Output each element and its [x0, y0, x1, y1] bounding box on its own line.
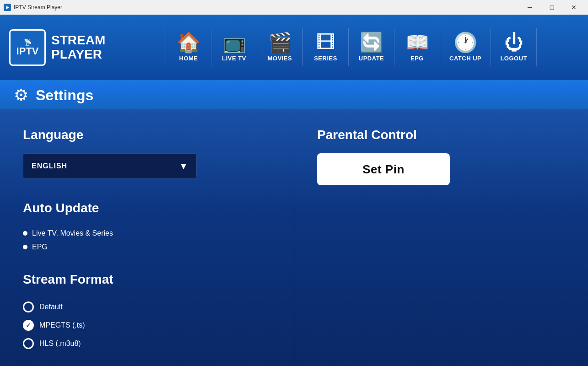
- movies-icon: 🎬: [268, 33, 292, 52]
- app-icon: ▶: [4, 4, 11, 11]
- nav-home[interactable]: 🏠 HOME: [166, 28, 211, 66]
- auto-update-section: Auto Update Live TV, Movies & Series EPG: [23, 201, 271, 254]
- nav-live-tv[interactable]: 📺 LIVE TV: [211, 28, 257, 66]
- radio-item-mpegts[interactable]: MPEGTS (.ts): [23, 316, 271, 334]
- nav-catch-up[interactable]: 🕐 CATCH UP: [440, 28, 491, 66]
- nav-series[interactable]: 🎞 SERIES: [303, 28, 349, 66]
- nav-movies[interactable]: 🎬 MOVIES: [257, 28, 303, 66]
- tv-antenna-icon: 📡: [24, 39, 32, 45]
- logo-abbr: IPTV: [16, 46, 39, 56]
- settings-title: Settings: [36, 87, 93, 104]
- settings-bar: ⚙ Settings: [0, 81, 588, 109]
- titlebar-left: ▶ IPTV Stream Player: [4, 4, 62, 11]
- list-item: Live TV, Movies & Series: [23, 226, 271, 240]
- logo: 📡 IPTV STREAMPLAYER: [9, 29, 105, 66]
- radio-circle-hls: [23, 338, 34, 349]
- auto-update-list: Live TV, Movies & Series EPG: [23, 226, 271, 254]
- stream-format-default-label: Default: [39, 303, 63, 311]
- bullet-icon: [23, 245, 27, 249]
- logout-icon: ⏻: [504, 33, 523, 52]
- stream-format-list: Default MPEGTS (.ts) HLS (.m3u8): [23, 298, 271, 353]
- close-button[interactable]: ✕: [563, 0, 584, 15]
- auto-update-item-1: Live TV, Movies & Series: [32, 229, 113, 237]
- catch-up-icon: 🕐: [453, 33, 477, 52]
- language-dropdown[interactable]: ENGLISH ▼: [23, 153, 197, 179]
- radio-item-hls[interactable]: HLS (.m3u8): [23, 334, 271, 353]
- titlebar: ▶ IPTV Stream Player ─ □ ✕: [0, 0, 588, 15]
- main-content: Language ENGLISH ▼ Auto Update Live TV, …: [0, 109, 588, 366]
- nav-logout-label: LOGOUT: [500, 55, 527, 62]
- radio-circle-mpegts: [23, 320, 34, 331]
- nav-logout[interactable]: ⏻ LOGOUT: [491, 28, 537, 66]
- right-panel: Parental Control Set Pin: [294, 109, 588, 366]
- left-panel: Language ENGLISH ▼ Auto Update Live TV, …: [0, 109, 294, 366]
- series-icon: 🎞: [316, 33, 335, 52]
- language-selected-value: ENGLISH: [32, 162, 67, 170]
- auto-update-item-2: EPG: [32, 243, 48, 251]
- maximize-button[interactable]: □: [541, 0, 562, 15]
- chevron-down-icon: ▼: [179, 161, 188, 172]
- stream-format-mpegts-label: MPEGTS (.ts): [39, 321, 85, 329]
- set-pin-button[interactable]: Set Pin: [317, 153, 450, 185]
- nav-epg[interactable]: 📖 EPG: [394, 28, 440, 66]
- language-section: Language ENGLISH ▼: [23, 128, 271, 179]
- language-title: Language: [23, 128, 271, 142]
- nav-update-label: UPDATE: [359, 55, 384, 62]
- radio-circle-default: [23, 301, 34, 312]
- stream-format-hls-label: HLS (.m3u8): [39, 339, 81, 348]
- bullet-icon: [23, 231, 27, 236]
- nav-movies-label: MOVIES: [268, 55, 292, 62]
- nav-epg-label: EPG: [410, 55, 424, 62]
- nav-live-tv-label: LIVE TV: [222, 55, 246, 62]
- titlebar-controls: ─ □ ✕: [519, 0, 584, 15]
- radio-item-default[interactable]: Default: [23, 298, 271, 316]
- header: 📡 IPTV STREAMPLAYER 🏠 HOME 📺 LIVE TV 🎬 M…: [0, 15, 588, 81]
- auto-update-title: Auto Update: [23, 201, 271, 215]
- list-item: EPG: [23, 240, 271, 254]
- home-icon: 🏠: [177, 33, 200, 52]
- main-nav: 🏠 HOME 📺 LIVE TV 🎬 MOVIES 🎞 SERIES 🔄 UPD…: [124, 28, 579, 66]
- logo-box: 📡 IPTV: [9, 29, 46, 66]
- parental-control-title: Parental Control: [317, 128, 565, 142]
- nav-update[interactable]: 🔄 UPDATE: [349, 28, 394, 66]
- logo-text: STREAMPLAYER: [51, 33, 105, 62]
- live-tv-icon: 📺: [222, 33, 246, 52]
- settings-gear-icon: ⚙: [14, 86, 28, 105]
- minimize-button[interactable]: ─: [519, 0, 540, 15]
- titlebar-title: IPTV Stream Player: [14, 4, 62, 11]
- epg-icon: 📖: [405, 33, 429, 52]
- stream-format-section: Stream Format Default MPEGTS (.ts) HLS (…: [23, 272, 271, 353]
- nav-catch-up-label: CATCH UP: [449, 55, 481, 62]
- stream-format-title: Stream Format: [23, 272, 271, 287]
- update-icon: 🔄: [360, 33, 383, 52]
- nav-home-label: HOME: [179, 55, 198, 62]
- nav-series-label: SERIES: [314, 55, 337, 62]
